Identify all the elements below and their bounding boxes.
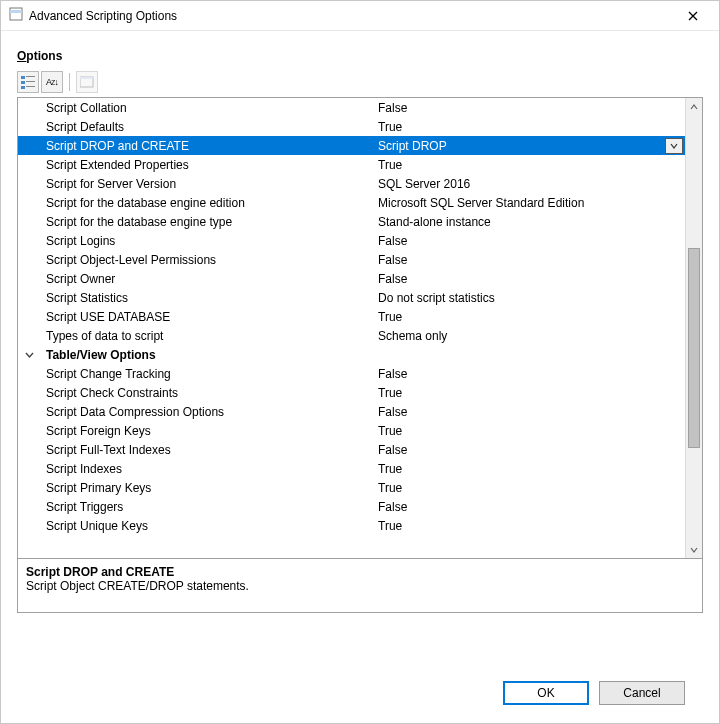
svg-rect-6 — [21, 86, 25, 89]
property-name: Script Object-Level Permissions — [40, 253, 372, 267]
property-name: Script Unique Keys — [40, 519, 372, 533]
property-value-text: False — [378, 500, 407, 514]
property-name: Script Collation — [40, 101, 372, 115]
titlebar[interactable]: Advanced Scripting Options — [1, 1, 719, 31]
scroll-thumb[interactable] — [688, 248, 700, 448]
dialog-buttons: OK Cancel — [17, 665, 703, 723]
property-value[interactable]: Do not script statistics — [372, 291, 685, 305]
property-value[interactable]: True — [372, 120, 685, 134]
category-row[interactable]: Table/View Options — [18, 345, 685, 364]
property-row[interactable]: Script LoginsFalse — [18, 231, 685, 250]
svg-rect-9 — [80, 77, 93, 79]
property-row[interactable]: Types of data to scriptSchema only — [18, 326, 685, 345]
categorized-icon — [21, 75, 35, 89]
property-name: Script Triggers — [40, 500, 372, 514]
property-value-text: False — [378, 234, 407, 248]
property-value-text: True — [378, 120, 402, 134]
property-value[interactable]: False — [372, 500, 685, 514]
description-panel: Script DROP and CREATE Script Object CRE… — [17, 559, 703, 613]
property-row[interactable]: Script DROP and CREATEScript DROP — [18, 136, 685, 155]
property-name: Script Logins — [40, 234, 372, 248]
property-grid-rows: Script CollationFalseScript DefaultsTrue… — [18, 98, 685, 558]
property-value[interactable]: False — [372, 272, 685, 286]
svg-rect-3 — [26, 76, 35, 77]
property-name: Script for Server Version — [40, 177, 372, 191]
property-value[interactable]: Schema only — [372, 329, 685, 343]
close-button[interactable] — [673, 2, 713, 30]
alphabetical-icon: AZ↓ — [46, 77, 58, 87]
window-title: Advanced Scripting Options — [29, 9, 667, 23]
property-row[interactable]: Script Check ConstraintsTrue — [18, 383, 685, 402]
property-value[interactable]: Microsoft SQL Server Standard Edition — [372, 196, 685, 210]
pg-toolbar: AZ↓ — [17, 69, 703, 97]
property-row[interactable]: Script Unique KeysTrue — [18, 516, 685, 535]
property-row[interactable]: Script Data Compression OptionsFalse — [18, 402, 685, 421]
property-row[interactable]: Script Change TrackingFalse — [18, 364, 685, 383]
scroll-down-button[interactable] — [686, 541, 702, 558]
ok-button[interactable]: OK — [503, 681, 589, 705]
property-row[interactable]: Script StatisticsDo not script statistic… — [18, 288, 685, 307]
property-name: Script Extended Properties — [40, 158, 372, 172]
property-value-text: Microsoft SQL Server Standard Edition — [378, 196, 584, 210]
property-name: Script Owner — [40, 272, 372, 286]
property-value-text: False — [378, 272, 407, 286]
property-row[interactable]: Script TriggersFalse — [18, 497, 685, 516]
property-row[interactable]: Script USE DATABASETrue — [18, 307, 685, 326]
property-row[interactable]: Script for the database engine typeStand… — [18, 212, 685, 231]
chevron-down-icon — [670, 142, 678, 150]
vertical-scrollbar[interactable] — [685, 98, 702, 558]
property-value-text: True — [378, 310, 402, 324]
svg-rect-0 — [10, 8, 22, 20]
property-value[interactable]: True — [372, 386, 685, 400]
property-name: Script DROP and CREATE — [40, 139, 372, 153]
property-value[interactable]: True — [372, 310, 685, 324]
property-value[interactable]: False — [372, 101, 685, 115]
property-name: Table/View Options — [40, 348, 372, 362]
property-row[interactable]: Script Primary KeysTrue — [18, 478, 685, 497]
categorized-button[interactable] — [17, 71, 39, 93]
property-value[interactable]: True — [372, 462, 685, 476]
property-value-text: True — [378, 424, 402, 438]
property-value[interactable]: True — [372, 424, 685, 438]
value-dropdown-button[interactable] — [665, 138, 683, 154]
property-row[interactable]: Script for the database engine editionMi… — [18, 193, 685, 212]
property-pages-button[interactable] — [76, 71, 98, 93]
property-row[interactable]: Script Object-Level PermissionsFalse — [18, 250, 685, 269]
property-value[interactable]: False — [372, 253, 685, 267]
property-grid: Script CollationFalseScript DefaultsTrue… — [17, 97, 703, 559]
alphabetical-button[interactable]: AZ↓ — [41, 71, 63, 93]
property-value[interactable]: Stand-alone instance — [372, 215, 685, 229]
property-value[interactable]: False — [372, 234, 685, 248]
property-row[interactable]: Script Foreign KeysTrue — [18, 421, 685, 440]
property-value-text: False — [378, 253, 407, 267]
row-gutter[interactable] — [18, 350, 40, 359]
property-value[interactable]: True — [372, 481, 685, 495]
property-value-text: True — [378, 386, 402, 400]
property-value[interactable]: False — [372, 443, 685, 457]
property-value[interactable]: SQL Server 2016 — [372, 177, 685, 191]
property-value-text: False — [378, 101, 407, 115]
property-name: Script Foreign Keys — [40, 424, 372, 438]
property-name: Types of data to script — [40, 329, 372, 343]
dialog-window: Advanced Scripting Options Options — [0, 0, 720, 724]
close-icon — [688, 11, 698, 21]
property-name: Script Full-Text Indexes — [40, 443, 372, 457]
property-row[interactable]: Script DefaultsTrue — [18, 117, 685, 136]
property-row[interactable]: Script Full-Text IndexesFalse — [18, 440, 685, 459]
cancel-button[interactable]: Cancel — [599, 681, 685, 705]
property-value[interactable]: True — [372, 158, 685, 172]
property-row[interactable]: Script OwnerFalse — [18, 269, 685, 288]
description-title: Script DROP and CREATE — [26, 565, 694, 579]
svg-rect-5 — [26, 81, 35, 82]
property-value[interactable]: Script DROP — [372, 138, 685, 154]
scroll-up-button[interactable] — [686, 98, 702, 115]
property-row[interactable]: Script Extended PropertiesTrue — [18, 155, 685, 174]
toolbar-separator — [69, 73, 70, 91]
property-value[interactable]: False — [372, 405, 685, 419]
property-name: Script Defaults — [40, 120, 372, 134]
property-row[interactable]: Script for Server VersionSQL Server 2016 — [18, 174, 685, 193]
property-row[interactable]: Script IndexesTrue — [18, 459, 685, 478]
property-row[interactable]: Script CollationFalse — [18, 98, 685, 117]
property-value[interactable]: False — [372, 367, 685, 381]
property-value[interactable]: True — [372, 519, 685, 533]
